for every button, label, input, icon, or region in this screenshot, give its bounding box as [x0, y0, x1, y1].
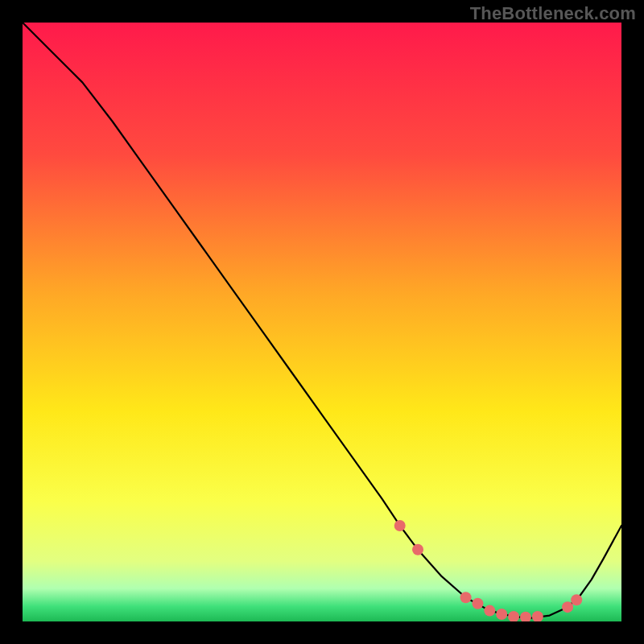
watermark-label: TheBottleneck.com — [470, 3, 636, 24]
data-marker — [571, 594, 582, 605]
chart-background — [23, 23, 621, 621]
data-marker — [562, 601, 573, 613]
data-marker — [412, 544, 423, 555]
chart-plot-area — [23, 23, 621, 621]
data-marker — [496, 609, 507, 620]
data-marker — [394, 520, 406, 531]
chart-frame: TheBottleneck.com — [0, 0, 644, 644]
chart-svg — [23, 23, 621, 621]
data-marker — [472, 598, 483, 609]
data-marker — [460, 592, 472, 603]
data-marker — [484, 605, 495, 617]
